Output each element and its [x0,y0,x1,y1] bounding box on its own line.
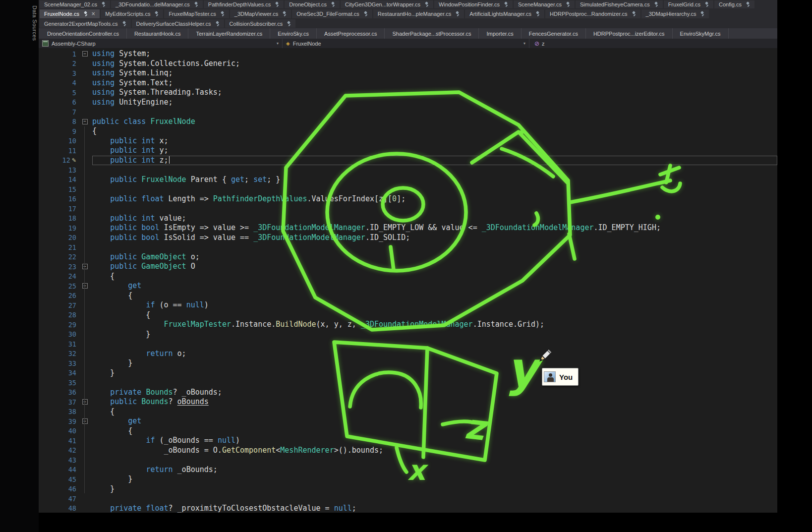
code-line-7[interactable]: 7 [39,107,777,117]
code-line-23[interactable]: 23 public GameObject O [39,262,777,272]
code-line-10[interactable]: 10 public int x; [39,136,777,146]
pin-icon[interactable] [363,11,368,17]
member-dropdown[interactable]: ⊘ z [529,39,550,48]
code-line-30[interactable]: 30 } [39,330,777,340]
tab-fruxelgrid-cs[interactable]: FruxelGrid.cs [664,0,713,8]
code-line-3[interactable]: 3using System.Linq; [39,68,777,78]
code-line-20[interactable]: 20 public bool IsSolid => value == _3DFo… [39,233,777,243]
collapse-icon[interactable] [82,283,88,289]
collapse-icon[interactable] [82,399,88,405]
code-line-37[interactable]: 37 public Bounds? oBounds [39,397,777,407]
close-icon[interactable]: × [91,11,95,16]
code-line-6[interactable]: 6using UnityEngine; [39,98,777,108]
fold-gutter[interactable] [77,51,92,57]
code-line-31[interactable]: 31 [39,339,777,349]
collapse-icon[interactable] [82,51,88,57]
code-line-18[interactable]: 18 public int value; [39,214,777,224]
code-line-12[interactable]: 12✎ public int z; [39,156,777,166]
tab-fruxelnode-cs[interactable]: FruxelNode.cs× [40,9,100,18]
tab-enviroskymgr-cs[interactable]: EnviroSkyMgr.cs [673,28,729,39]
tab-terrainlayerrandomizer-cs[interactable]: TerrainLayerRandomizer.cs [188,28,270,39]
tab-restauranthook-cs[interactable]: RestaurantHook.cs [127,28,189,39]
tab-citygen3dgen-torwrapper-cs[interactable]: CityGen3DGen...torWrapper.cs [341,0,433,8]
code-line-44[interactable]: 44 return _oBounds; [39,465,777,475]
pin-icon[interactable] [274,1,279,7]
pin-icon[interactable] [653,1,658,7]
tab-shaderpackage-stprocessor-cs[interactable]: ShaderPackage...stProcessor.cs [385,28,479,39]
fold-gutter[interactable] [77,119,92,124]
tab-myeditorscripts-cs[interactable]: MyEditorScripts.cs [101,9,163,18]
code-line-33[interactable]: 33 } [39,358,777,368]
code-line-28[interactable]: 28 { [39,310,777,320]
code-line-13[interactable]: 13 [39,165,777,175]
code-line-15[interactable]: 15 [39,184,777,194]
code-line-9[interactable]: 9{ [39,126,777,136]
code-line-46[interactable]: 46 } [39,484,777,494]
fold-gutter[interactable] [77,264,92,269]
tab--3dmapviewer-cs[interactable]: _3DMapViewer.cs [230,9,291,18]
pin-icon[interactable] [220,11,225,17]
tab-scenemanager-02-cs[interactable]: SceneManager_02.cs [40,0,110,8]
pin-icon[interactable] [286,21,291,27]
tab-envirosky-cs[interactable]: EnviroSky.cs [270,28,317,39]
tab-importer-cs[interactable]: Importer.cs [479,28,521,39]
tab-deliverysurfaceclasshelper-cs[interactable]: DeliverySurfaceClassHelper.cs [132,19,224,28]
code-line-1[interactable]: 1using System; [39,49,777,59]
pin-icon[interactable] [535,11,540,17]
tab-droneorientationcontroller-cs[interactable]: DroneOrientationController.cs [40,28,127,39]
code-line-42[interactable]: 42 _oBounds = O.GetComponent<MeshRendere… [39,446,777,456]
tab--3dmaphierarchy-cs[interactable]: _3DMapHierarchy.cs [641,9,709,18]
pin-icon[interactable] [424,1,429,7]
code-line-4[interactable]: 4using System.Text; [39,78,777,88]
pin-icon[interactable] [503,1,508,7]
code-editor[interactable]: 1using System;2using System.Collections.… [39,48,777,513]
tab-config-cs[interactable]: Config.cs [714,0,754,8]
code-line-22[interactable]: 22 public GameObject o; [39,252,777,262]
pin-icon[interactable] [282,11,287,17]
code-line-41[interactable]: 41 if (_oBounds == null) [39,436,777,446]
pin-icon[interactable] [704,1,709,7]
code-line-36[interactable]: 36 private Bounds? _oBounds; [39,388,777,398]
collapse-icon[interactable] [82,264,88,269]
tab-pathfinderdepthvalues-cs[interactable]: PathfinderDepthValues.cs [204,0,284,8]
fold-gutter[interactable] [77,418,92,424]
code-line-25[interactable]: 25 get [39,281,777,291]
collapse-icon[interactable] [82,418,88,424]
data-sources-side-tab[interactable]: Data Sources [26,2,38,75]
collapse-icon[interactable] [82,119,88,124]
tab--3dfoundatio-delmanager-cs[interactable]: _3DFoundatio...delManager.cs [111,0,203,8]
code-line-45[interactable]: 45 } [39,474,777,484]
code-line-48[interactable]: 48 private float? _proximityToClosestObs… [39,504,777,513]
tab-hdrppostproc-izereditor-cs[interactable]: HDRPPostproc...izerEditor.cs [586,28,673,39]
tab-generator2exportmaptools-cs[interactable]: Generator2ExportMapTools.cs [40,19,131,28]
code-line-35[interactable]: 35 [39,378,777,388]
pin-icon[interactable] [565,1,570,7]
code-line-11[interactable]: 11 public int y; [39,146,777,156]
tab-assetpreprocessor-cs[interactable]: AssetPreprocessor.cs [317,28,385,39]
pin-icon[interactable] [455,11,460,17]
tab-fencesgenerator-cs[interactable]: FencesGenerator.cs [522,28,586,39]
code-line-2[interactable]: 2using System.Collections.Generic; [39,59,777,69]
type-dropdown[interactable]: ◈ FruxelNode ▾ [283,39,529,48]
pin-icon[interactable] [631,11,636,17]
code-line-14[interactable]: 14 public FruxelNode Parent { get; set; … [39,175,777,185]
pin-icon[interactable] [83,11,88,17]
code-line-27[interactable]: 27 if (o == null) [39,300,777,310]
code-line-40[interactable]: 40 { [39,426,777,436]
code-line-34[interactable]: 34 } [39,368,777,378]
code-line-38[interactable]: 38 { [39,407,777,417]
code-line-5[interactable]: 5using System.Threading.Tasks; [39,88,777,98]
code-line-8[interactable]: 8public class FruxelNode [39,117,777,127]
tab-scenemanager-cs[interactable]: SceneManager.cs [514,0,575,8]
tab-hdrppostproc-randomizer-cs[interactable]: HDRPPostproc...Randomizer.cs [545,9,640,18]
project-dropdown[interactable]: Assembly-CSharp ▾ [39,39,283,48]
pin-icon[interactable] [745,1,750,7]
code-line-43[interactable]: 43 [39,455,777,465]
pin-icon[interactable] [699,11,704,17]
tab-simulatedfisheyecamera-cs[interactable]: SimulatedFisheyeCamera.cs [576,0,663,8]
code-line-21[interactable]: 21 [39,242,777,252]
pin-icon[interactable] [121,21,126,27]
tab-droneobject-cs[interactable]: DroneObject.cs [285,0,340,8]
tab-windowpositionfinder-cs[interactable]: WindowPositionFinder.cs [434,0,513,8]
tab-collisionsubscriber-cs[interactable]: CollisionSubscriber.cs [225,19,296,28]
